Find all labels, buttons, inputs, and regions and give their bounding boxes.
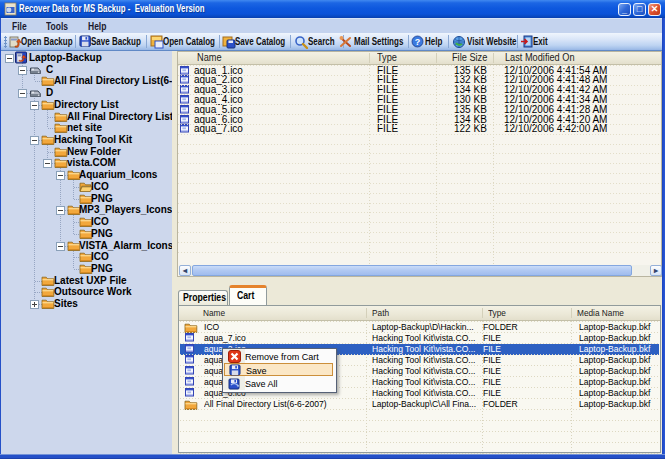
svg-text:?: ? bbox=[415, 37, 421, 47]
